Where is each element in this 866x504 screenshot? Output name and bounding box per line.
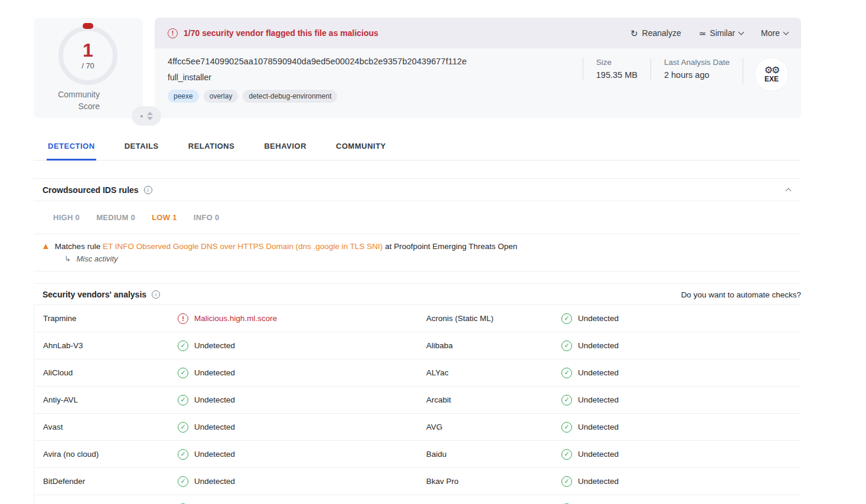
file-tag[interactable]: overlay (204, 90, 238, 103)
status-icon (178, 313, 188, 324)
file-meta: Size 195.35 MB Last Analysis Date 2 hour… (583, 57, 788, 118)
report-tab[interactable]: RELATIONS (187, 135, 236, 161)
file-header-card: ! 1/70 security vendor flagged this file… (155, 18, 801, 118)
severity-filter[interactable]: HIGH 0 (53, 213, 80, 222)
analysis-date-block: Last Analysis Date 2 hours ago (651, 58, 743, 80)
vendor-result: Undetected (561, 313, 801, 324)
similar-icon: ≃ (699, 29, 706, 38)
reanalyze-label: Reanalyze (642, 28, 681, 38)
result-text: Undetected (194, 450, 235, 459)
reanalyze-button[interactable]: ↻ Reanalyze (630, 28, 681, 38)
report-tab[interactable]: DETAILS (123, 135, 160, 161)
info-icon[interactable]: i (144, 186, 152, 194)
severity-filter[interactable]: MEDIUM 0 (96, 213, 135, 222)
file-tag[interactable]: peexe (168, 90, 199, 103)
malicious-banner: ! 1/70 security vendor flagged this file… (155, 18, 801, 48)
result-text: Undetected (578, 341, 619, 350)
status-icon (561, 313, 572, 324)
rule-prefix: Matches rule (55, 242, 100, 251)
result-text: Undetected (578, 423, 619, 431)
gauge-detection-segment (83, 23, 93, 29)
vendor-result: Undetected (178, 395, 426, 405)
status-icon (178, 368, 188, 378)
vendor-name: AVG (426, 423, 561, 431)
vendor-result: Malicious.high.ml.score (178, 313, 426, 324)
vendor-name: AhnLab-V3 (43, 341, 178, 350)
gears-icon: ⚙⚙ (764, 66, 779, 75)
file-type-label: EXE (764, 75, 779, 83)
status-icon (561, 395, 572, 405)
vendor-name: Trapmine (43, 314, 178, 323)
table-row: Avast Undetected AVG Undetected (34, 414, 801, 441)
file-hash: 4ffcc5ee714099025aa1078590940da9ed5e0002… (168, 57, 583, 66)
vendor-name: Bkav Pro (426, 477, 561, 486)
table-row: Antiy-AVL Undetected Arcabit Undetected (34, 387, 801, 414)
vendor-name: AliCloud (43, 368, 178, 377)
meta-divider (743, 58, 743, 84)
result-text: Undetected (578, 450, 619, 459)
vote-up-icon[interactable] (147, 112, 153, 115)
similar-button[interactable]: ≃ Similar (699, 28, 743, 38)
info-icon[interactable]: i (152, 290, 160, 299)
report-tabs: DETECTION DETAILS RELATIONS BEHAVIOR COM… (34, 135, 801, 161)
community-vote-widget[interactable] (132, 106, 161, 126)
file-size-block: Size 195.35 MB (583, 58, 651, 80)
file-identifiers: 4ffcc5ee714099025aa1078590940da9ed5e0002… (168, 57, 583, 118)
vendor-result: Undetected (561, 341, 801, 351)
status-icon (178, 422, 188, 433)
table-row: Trapmine Malicious.high.ml.score Acronis… (34, 305, 801, 332)
automate-checks-link[interactable]: Do you want to automate checks? (681, 290, 801, 299)
vendor-name: Avira (no cloud) (43, 450, 178, 459)
chevron-down-icon (783, 30, 789, 35)
rule-suffix: at Proofpoint Emerging Threats Open (385, 242, 517, 251)
severity-filter[interactable]: LOW 1 (152, 213, 177, 222)
status-icon (178, 341, 188, 351)
vendors-section-header: Security vendors' analysis i Do you want… (34, 283, 801, 305)
result-text: Undetected (194, 423, 235, 431)
vendor-result: Undetected (178, 476, 426, 487)
vendor-result: Undetected (561, 449, 801, 460)
chevron-up-icon (786, 188, 792, 194)
community-score-label: CommunityScore (34, 89, 100, 113)
table-row: Avira (no cloud) Undetected Baidu Undete… (34, 441, 801, 468)
vendor-name: ALYac (426, 368, 561, 377)
date-value: 2 hours ago (664, 70, 730, 80)
report-tab[interactable]: BEHAVIOR (263, 135, 308, 161)
result-text: Undetected (194, 477, 235, 486)
rule-match-line: ▲︎ Matches rule ET INFO Observed Google … (41, 241, 801, 251)
table-row: AhnLab-V3 Undetected Alibaba Undetected (34, 332, 801, 359)
result-text: Undetected (194, 395, 235, 404)
report-tab[interactable]: COMMUNITY (335, 135, 387, 161)
rule-link[interactable]: ET INFO Observed Google DNS over HTTPS D… (103, 242, 383, 251)
vendors-section-title: Security vendors' analysis (43, 290, 146, 299)
result-text: Undetected (194, 341, 235, 350)
collapse-section-button[interactable] (786, 185, 790, 195)
table-row: ClamAV Undetected CMC Undetected (34, 495, 801, 504)
severity-filter[interactable]: INFO 0 (194, 213, 220, 222)
vendors-table: Trapmine Malicious.high.ml.score Acronis… (34, 305, 801, 504)
more-button[interactable]: More (761, 28, 788, 38)
file-tag[interactable]: detect-debug-environment (243, 90, 337, 103)
detection-gauge: 1 / 70 (58, 26, 117, 85)
chevron-down-icon (738, 30, 744, 35)
rule-category-line: ↳ Misc activity (64, 254, 801, 263)
status-icon (178, 476, 188, 487)
report-tab[interactable]: DETECTION (47, 135, 96, 161)
detection-count: 1 (83, 41, 93, 60)
warning-triangle-icon: ▲︎ (41, 241, 50, 251)
file-tags: peexe overlay detect-debug-environment (168, 90, 583, 103)
ids-section-title: Crowdsourced IDS rules (43, 185, 139, 195)
file-summary-row: 1 / 70 CommunityScore ! 1/70 security ve… (34, 18, 801, 118)
vendor-result: Undetected (561, 395, 801, 405)
crowdsourced-ids-section: Crowdsourced IDS rules i HIGH 0 MEDIUM 0… (34, 178, 801, 271)
detection-total: / 70 (81, 61, 94, 70)
result-text: Undetected (578, 368, 619, 377)
ids-section-header: Crowdsourced IDS rules i (34, 178, 801, 201)
alert-icon: ! (168, 28, 178, 38)
size-value: 195.35 MB (596, 70, 638, 80)
status-icon (178, 395, 188, 405)
rule-match-text: Matches rule ET INFO Observed Google DNS… (55, 242, 517, 251)
vote-down-icon[interactable] (147, 117, 153, 120)
vendor-name: Antiy-AVL (43, 395, 178, 404)
result-text: Undetected (194, 368, 235, 377)
